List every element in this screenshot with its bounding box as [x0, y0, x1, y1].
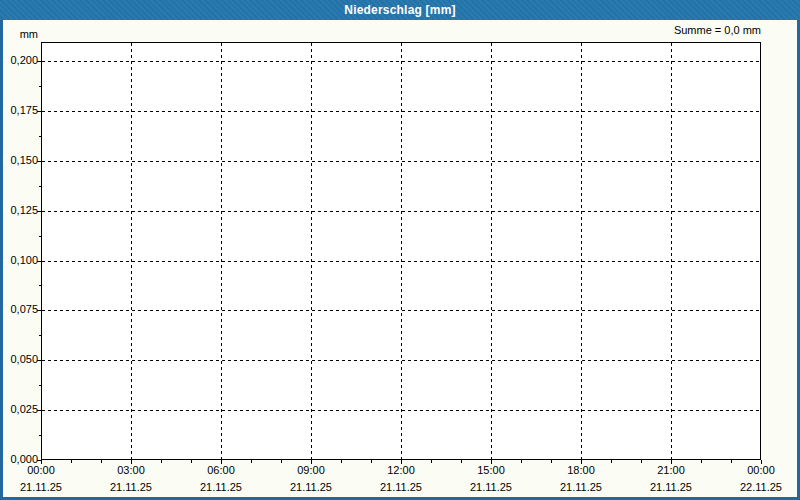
gridline-vertical: [581, 43, 582, 459]
x-tick-minor: [731, 460, 732, 463]
window-title: Niederschlag [mm]: [344, 3, 455, 17]
y-tick-label: 0,025: [3, 403, 38, 416]
x-tick-time-label: 03:00: [101, 464, 161, 477]
y-tick-major: [37, 61, 41, 62]
x-tick-minor: [521, 460, 522, 463]
x-tick-minor: [371, 460, 372, 463]
y-tick-minor: [39, 236, 41, 237]
x-tick-minor: [191, 460, 192, 463]
y-tick-major: [37, 161, 41, 162]
x-tick-minor: [161, 460, 162, 463]
y-tick-minor: [39, 285, 41, 286]
x-tick-time-label: 12:00: [371, 464, 431, 477]
y-tick-label: 0,075: [3, 303, 38, 316]
x-tick-time-label: 06:00: [191, 464, 251, 477]
x-tick-minor: [611, 460, 612, 463]
y-tick-major: [37, 261, 41, 262]
y-tick-major: [37, 211, 41, 212]
y-tick-major: [37, 310, 41, 311]
y-tick-label: 0,050: [3, 353, 38, 366]
x-tick-time-label: 21:00: [641, 464, 701, 477]
window-titlebar: Niederschlag [mm]: [0, 0, 800, 20]
x-tick-minor: [101, 460, 102, 463]
y-tick-major: [37, 360, 41, 361]
x-tick-minor: [71, 460, 72, 463]
x-tick-time-label: 00:00: [11, 464, 71, 477]
y-tick-label: 0,150: [3, 154, 38, 167]
x-tick-time-label: 18:00: [551, 464, 611, 477]
gridline-vertical: [671, 43, 672, 459]
x-tick-date-label: 21.11.25: [96, 481, 166, 494]
y-tick-label: 0,125: [3, 204, 38, 217]
x-tick-time-label: 15:00: [461, 464, 521, 477]
x-tick-date-label: 21.11.25: [456, 481, 526, 494]
x-tick-minor: [701, 460, 702, 463]
y-tick-label: 0,175: [3, 104, 38, 117]
y-tick-minor: [39, 186, 41, 187]
x-tick-minor: [551, 460, 552, 463]
x-tick-date-label: 21.11.25: [6, 481, 76, 494]
x-tick-time-label: 00:00: [731, 464, 791, 477]
x-tick-date-label: 21.11.25: [186, 481, 256, 494]
x-tick-time-label: 09:00: [281, 464, 341, 477]
x-tick-date-label: 21.11.25: [546, 481, 616, 494]
y-tick-minor: [39, 86, 41, 87]
x-tick-minor: [341, 460, 342, 463]
y-tick-major: [37, 111, 41, 112]
sum-label: Summe = 0,0 mm: [674, 24, 761, 36]
gridline-vertical: [131, 43, 132, 459]
gridline-vertical: [401, 43, 402, 459]
x-tick-minor: [251, 460, 252, 463]
y-tick-minor: [39, 335, 41, 336]
plot-area: [41, 42, 761, 460]
y-tick-minor: [39, 435, 41, 436]
y-tick-minor: [39, 136, 41, 137]
x-tick-date-label: 21.11.25: [276, 481, 346, 494]
y-tick-minor: [39, 385, 41, 386]
x-tick-date-label: 22.11.25: [726, 481, 796, 494]
chart-window: Niederschlag [mm] Summe = 0,0 mm mm 0,00…: [0, 0, 800, 500]
y-tick-major: [37, 410, 41, 411]
x-tick-date-label: 21.11.25: [636, 481, 706, 494]
chart-content: Summe = 0,0 mm mm 0,0000,0250,0500,0750,…: [3, 20, 797, 497]
x-tick-minor: [431, 460, 432, 463]
gridline-vertical: [491, 43, 492, 459]
y-axis-unit-label: mm: [3, 28, 38, 40]
gridline-vertical: [311, 43, 312, 459]
x-tick-minor: [641, 460, 642, 463]
x-tick-minor: [461, 460, 462, 463]
x-tick-minor: [281, 460, 282, 463]
gridline-vertical: [221, 43, 222, 459]
y-tick-label: 0,200: [3, 54, 38, 67]
x-tick-date-label: 21.11.25: [366, 481, 436, 494]
y-tick-label: 0,100: [3, 254, 38, 267]
